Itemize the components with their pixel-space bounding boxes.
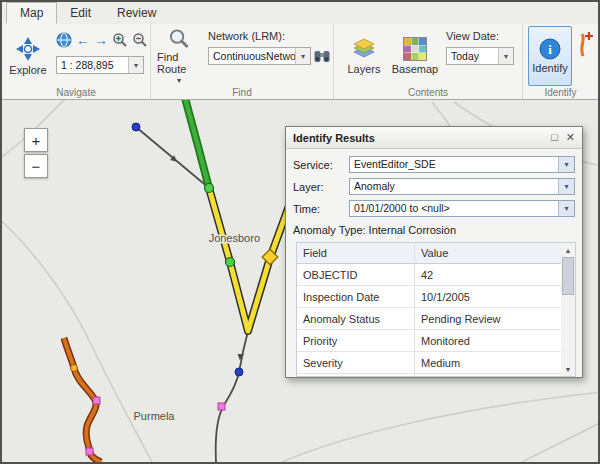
- place-label: Jonesboro: [209, 232, 260, 244]
- value-cell: 10/1/2005: [415, 286, 561, 307]
- identify-info-icon: i: [539, 38, 561, 60]
- group-contents: Layers Basemap View Date: Today ▾ Conten…: [334, 24, 523, 99]
- identify-group-label: Identify: [523, 87, 598, 98]
- zoom-in-icon[interactable]: [112, 32, 128, 48]
- view-date-label: View Date:: [446, 30, 499, 42]
- group-navigate: Explore ← →: [2, 24, 151, 99]
- panel-title: Identify Results: [293, 132, 543, 144]
- field-cell: OBJECTID: [297, 264, 415, 285]
- field-cell: Severity: [297, 352, 415, 373]
- table-row[interactable]: Inspection Date 10/1/2005: [297, 286, 561, 308]
- basemap-icon: [403, 37, 427, 61]
- ribbon: Explore ← →: [2, 24, 598, 100]
- table-row[interactable]: OBJECTID 42: [297, 264, 561, 286]
- chevron-down-icon[interactable]: ▾: [558, 157, 574, 172]
- contents-group-label: Contents: [334, 87, 522, 98]
- field-column-header: Field: [297, 243, 415, 263]
- layer-value: Anomaly: [350, 179, 558, 194]
- svg-text:i: i: [548, 42, 552, 57]
- explore-button[interactable]: Explore: [6, 28, 50, 84]
- time-combo[interactable]: 01/01/2000 to <null> ▾: [349, 200, 575, 217]
- table-row[interactable]: Severity Medium: [297, 352, 561, 374]
- field-cell: Priority: [297, 330, 415, 351]
- table-row[interactable]: Anomaly Status Pending Review: [297, 308, 561, 330]
- chevron-down-icon[interactable]: ▾: [498, 48, 513, 64]
- value-cell: Pending Review: [415, 308, 561, 329]
- layers-label: Layers: [347, 63, 380, 75]
- table-scrollbar[interactable]: ▲ ▼: [561, 242, 576, 377]
- table-row[interactable]: Date Closed <null>: [297, 374, 561, 377]
- table-row[interactable]: Priority Monitored: [297, 330, 561, 352]
- attribute-table-wrap: Field Value OBJECTID 42 Inspection Date …: [296, 242, 576, 377]
- service-combo[interactable]: EventEditor_SDE ▾: [349, 156, 575, 173]
- yellow-route: [209, 188, 294, 331]
- map-zoom-out-button[interactable]: −: [24, 154, 48, 178]
- network-lrm-value: ContinuousNetwork: [209, 48, 295, 64]
- value-cell: Medium: [415, 352, 561, 373]
- view-date-value: Today: [447, 48, 498, 64]
- basemap-button[interactable]: Basemap: [390, 28, 440, 84]
- group-find: Find Route ▾ Network (LRM): ContinuousNe…: [151, 24, 334, 99]
- map-zoom-in-button[interactable]: +: [24, 128, 48, 152]
- tab-edit[interactable]: Edit: [57, 2, 104, 24]
- network-lrm-combo[interactable]: ContinuousNetwork ▾: [208, 47, 311, 65]
- identify-label: Identify: [532, 62, 567, 74]
- service-label: Service:: [293, 159, 349, 171]
- find-route-label: Find Route: [157, 51, 201, 75]
- green-point-marker: [205, 184, 214, 193]
- close-icon[interactable]: ✕: [566, 132, 575, 143]
- binoculars-icon[interactable]: [313, 47, 331, 65]
- map-viewport[interactable]: Jonesboro Purmela + − Identify Results □…: [2, 100, 598, 462]
- blue-point-marker: [235, 368, 243, 376]
- layer-label: Layer:: [293, 181, 349, 193]
- scrollbar-track[interactable]: [561, 295, 575, 362]
- zoom-out-icon[interactable]: [132, 32, 148, 48]
- view-date-combo[interactable]: Today ▾: [446, 47, 514, 65]
- attribute-table: Field Value OBJECTID 42 Inspection Date …: [296, 242, 561, 377]
- ribbon-tab-bar: Map Edit Review: [2, 2, 598, 24]
- field-cell: Anomaly Status: [297, 308, 415, 329]
- place-label: Purmela: [134, 410, 176, 422]
- scroll-up-icon[interactable]: ▲: [561, 243, 575, 257]
- time-label: Time:: [293, 203, 349, 215]
- scrollbar-thumb[interactable]: [562, 257, 574, 295]
- scroll-down-icon[interactable]: ▼: [561, 362, 575, 376]
- pink-square-marker: [86, 448, 93, 455]
- field-cell: Inspection Date: [297, 286, 415, 307]
- tab-map-label: Map: [20, 6, 43, 20]
- find-route-magnifier-icon: [168, 28, 190, 49]
- table-header-row: Field Value: [297, 243, 561, 264]
- green-route: [185, 100, 209, 188]
- add-event-icon[interactable]: [575, 30, 595, 60]
- layers-button[interactable]: Layers: [342, 28, 386, 84]
- panel-titlebar[interactable]: Identify Results □ ✕: [286, 127, 582, 149]
- field-cell: Date Closed: [297, 374, 415, 377]
- tab-map[interactable]: Map: [6, 2, 57, 24]
- green-point-marker: [226, 258, 235, 267]
- layer-combo[interactable]: Anomaly ▾: [349, 178, 575, 195]
- place-labels: Jonesboro Purmela: [134, 232, 260, 422]
- anomaly-type-text: Anomaly Type: Internal Corrosion: [286, 219, 582, 238]
- forward-arrow-icon[interactable]: →: [94, 32, 108, 48]
- chevron-down-icon[interactable]: ▾: [558, 201, 574, 216]
- layers-icon: [352, 37, 376, 61]
- network-lrm-label: Network (LRM):: [208, 30, 285, 42]
- tab-review[interactable]: Review: [104, 2, 169, 24]
- find-route-button[interactable]: Find Route ▾: [157, 28, 201, 84]
- chevron-down-icon[interactable]: ▾: [295, 48, 310, 64]
- chevron-down-icon: ▾: [177, 77, 181, 84]
- globe-icon[interactable]: [56, 32, 72, 48]
- back-arrow-icon[interactable]: ←: [76, 32, 90, 48]
- map-markers: [71, 123, 278, 455]
- tab-review-label: Review: [117, 6, 156, 20]
- pink-square-marker: [218, 403, 225, 410]
- group-identify: i Identify Identify: [523, 24, 598, 99]
- map-scale-value: 1 : 288,895: [57, 57, 128, 73]
- map-scale-combo[interactable]: 1 : 288,895 ▾: [56, 56, 144, 74]
- identify-button[interactable]: i Identify: [528, 26, 572, 86]
- value-column-header: Value: [415, 243, 561, 263]
- chevron-down-icon[interactable]: ▾: [128, 57, 143, 73]
- maximize-icon[interactable]: □: [551, 132, 558, 143]
- orange-point-marker: [71, 365, 78, 372]
- chevron-down-icon[interactable]: ▾: [558, 179, 574, 194]
